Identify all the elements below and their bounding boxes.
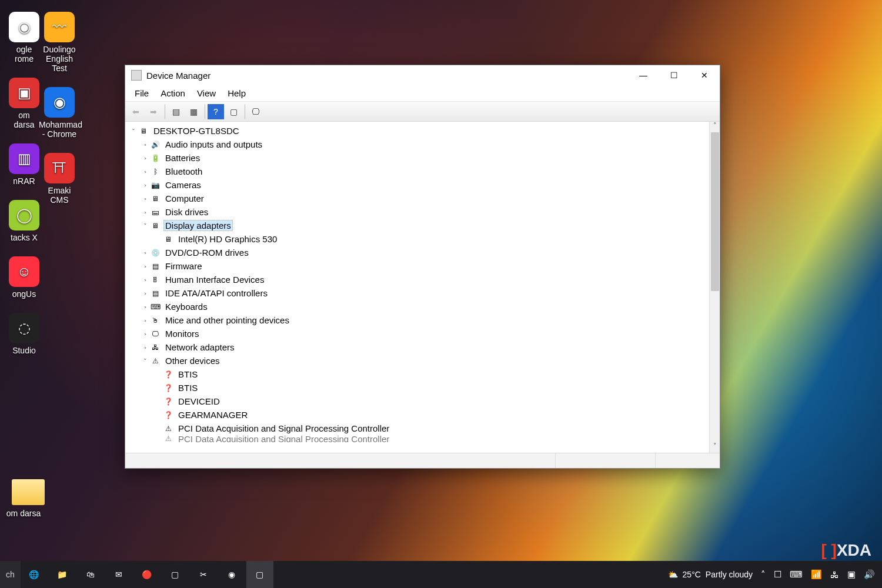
tree-category[interactable]: ›▤IDE ATA/ATAPI controllers: [125, 286, 709, 300]
toolbar-help-button[interactable]: ?: [208, 104, 224, 119]
tray-icon[interactable]: ☐: [774, 569, 781, 580]
taskbar-app-chrome[interactable]: ◉: [218, 561, 245, 588]
category-icon: 🔊: [150, 140, 161, 149]
taskbar-weather[interactable]: ⛅ 25°C Partly cloudy: [668, 570, 753, 579]
menu-help[interactable]: Help: [222, 87, 252, 99]
device-manager-window: Device Manager — ☐ ✕ File Action View He…: [125, 65, 720, 469]
toolbar-action-button[interactable]: ▦: [185, 104, 202, 119]
desktop-folder-icon[interactable]: [12, 479, 45, 505]
toolbar-separator: [164, 104, 165, 119]
tray-icon[interactable]: 📶: [811, 569, 822, 580]
expand-arrow-icon[interactable]: ›: [141, 330, 150, 338]
expand-arrow-icon[interactable]: ›: [141, 155, 150, 162]
expand-arrow-icon[interactable]: ˅: [141, 357, 150, 365]
scroll-thumb[interactable]: [711, 132, 719, 291]
toolbar-properties-button[interactable]: ▤: [168, 104, 184, 119]
tree-category[interactable]: ›🎚Human Interface Devices: [125, 273, 709, 286]
tree-category[interactable]: ›🖥Computer: [125, 192, 709, 205]
desktop-icon-label: ongUs: [4, 289, 45, 299]
expand-arrow-icon[interactable]: ›: [141, 182, 150, 189]
tray-icon[interactable]: 🔊: [864, 569, 875, 580]
expand-arrow-icon[interactable]: ›: [141, 344, 150, 351]
tree-category[interactable]: ›📷Cameras: [125, 178, 709, 192]
taskbar-app-store[interactable]: 🛍: [77, 561, 104, 588]
expand-arrow-icon[interactable]: ›: [141, 141, 150, 148]
tree-category[interactable]: ›🔊Audio inputs and outputs: [125, 138, 709, 151]
expand-arrow-icon[interactable]: ›: [141, 249, 150, 256]
toolbar-scan-button[interactable]: 🖵: [248, 104, 264, 119]
tray-icon[interactable]: ▣: [847, 569, 856, 580]
tree-label: IDE ATA/ATAPI controllers: [164, 288, 269, 298]
scroll-up-icon[interactable]: ˄: [710, 122, 720, 132]
menu-view[interactable]: View: [191, 87, 222, 99]
tree-category[interactable]: ›🖱Mice and other pointing devices: [125, 313, 709, 327]
scrollbar[interactable]: ˄ ˅: [709, 122, 720, 453]
desktop-icon-label: Mohammad - Chrome: [39, 120, 80, 139]
tree-category[interactable]: ›ᛒBluetooth: [125, 165, 709, 178]
taskbar-app-mail[interactable]: ✉: [105, 561, 132, 588]
category-icon: ᛒ: [150, 167, 161, 176]
tree-category[interactable]: ˅⚠Other devices: [125, 354, 709, 368]
desktop-icon-label: tacks X: [4, 233, 45, 242]
taskbar-search[interactable]: ch: [0, 561, 21, 588]
tree-category[interactable]: ›▤Firmware: [125, 259, 709, 273]
scroll-down-icon[interactable]: ˅: [710, 442, 720, 453]
tray-icon[interactable]: ˄: [761, 569, 766, 580]
tree-category[interactable]: ›💿DVD/CD-ROM drives: [125, 246, 709, 259]
maximize-button[interactable]: ☐: [659, 65, 689, 85]
tree-root[interactable]: ˅🖥DESKTOP-GTL8SDC: [125, 124, 709, 138]
toolbar-uninstall-button[interactable]: ▢: [225, 104, 242, 119]
taskbar-app-snip[interactable]: ✂: [190, 561, 217, 588]
taskbar-app-explorer[interactable]: 📁: [49, 561, 76, 588]
tree-category[interactable]: ›🖴Disk drives: [125, 205, 709, 219]
category-icon: 🖥: [150, 194, 161, 203]
tree-category[interactable]: ›⌨Keyboards: [125, 300, 709, 313]
close-button[interactable]: ✕: [689, 65, 720, 85]
tree-device[interactable]: ❓BTIS: [125, 381, 709, 395]
desktop-icon[interactable]: ◉Mohammad - Chrome: [39, 87, 80, 139]
taskbar-app-devmgr2[interactable]: ▢: [246, 561, 273, 588]
desktop-icon[interactable]: ⛩Emaki CMS: [39, 153, 80, 205]
tree-label: Keyboards: [164, 302, 209, 312]
desktop-icon[interactable]: 〰Duolingo English Test: [39, 12, 80, 73]
tray-icon[interactable]: 🖧: [830, 570, 839, 580]
tree-device[interactable]: ⚠PCI Data Acquisition and Signal Process…: [125, 422, 709, 435]
expand-arrow-icon[interactable]: ›: [141, 195, 150, 202]
expand-arrow-icon[interactable]: ›: [141, 317, 150, 324]
menu-file[interactable]: File: [129, 87, 155, 99]
taskbar-app-edge[interactable]: 🌐: [21, 561, 48, 588]
toolbar-back-button[interactable]: ⬅: [128, 104, 144, 119]
tree-category[interactable]: ›🖧Network adapters: [125, 340, 709, 354]
expand-arrow-icon[interactable]: ›: [141, 168, 150, 175]
desktop-icon[interactable]: ☺ongUs: [4, 256, 45, 299]
tree-category[interactable]: ˅🖥Display adapters: [125, 219, 709, 232]
category-icon: ▤: [150, 289, 161, 298]
tray-icon[interactable]: ⌨: [790, 569, 803, 580]
tree-label: Disk drives: [164, 207, 209, 217]
expand-arrow-icon[interactable]: ˅: [141, 222, 150, 229]
taskbar-app-devmgr[interactable]: ▢: [162, 561, 189, 588]
toolbar-forward-button[interactable]: ➡: [145, 104, 162, 119]
titlebar[interactable]: Device Manager — ☐ ✕: [125, 65, 720, 85]
expand-arrow-icon[interactable]: ›: [141, 290, 150, 297]
menu-action[interactable]: Action: [155, 87, 191, 99]
desktop-icon[interactable]: ◌Studio: [4, 313, 45, 355]
app-icon: 〰: [44, 12, 75, 42]
tree-category[interactable]: ›🔋Batteries: [125, 151, 709, 165]
expand-arrow-icon[interactable]: ›: [141, 303, 150, 310]
tree-label: Audio inputs and outputs: [164, 139, 263, 149]
tree-device[interactable]: ❓DEVICEID: [125, 395, 709, 408]
tree-device[interactable]: ❓GEARMANAGER: [125, 408, 709, 422]
expand-arrow-icon[interactable]: ›: [141, 263, 150, 270]
minimize-button[interactable]: —: [628, 65, 659, 85]
expand-arrow-icon[interactable]: ›: [141, 276, 150, 283]
device-tree[interactable]: ˅🖥DESKTOP-GTL8SDC›🔊Audio inputs and outp…: [125, 122, 709, 453]
tree-device[interactable]: ❓BTIS: [125, 368, 709, 381]
tree-device[interactable]: 🖥Intel(R) HD Graphics 530: [125, 232, 709, 246]
tree-category[interactable]: ›🖵Monitors: [125, 327, 709, 340]
expand-arrow-icon[interactable]: ˅: [129, 127, 138, 135]
taskbar-app-app1[interactable]: 🔴: [133, 561, 161, 588]
tree-device[interactable]: ⚠PCI Data Acquisition and Signal Process…: [125, 435, 709, 442]
desktop-icons-col2: 〰Duolingo English Test◉Mohammad - Chrome…: [35, 12, 82, 219]
expand-arrow-icon[interactable]: ›: [141, 209, 150, 216]
